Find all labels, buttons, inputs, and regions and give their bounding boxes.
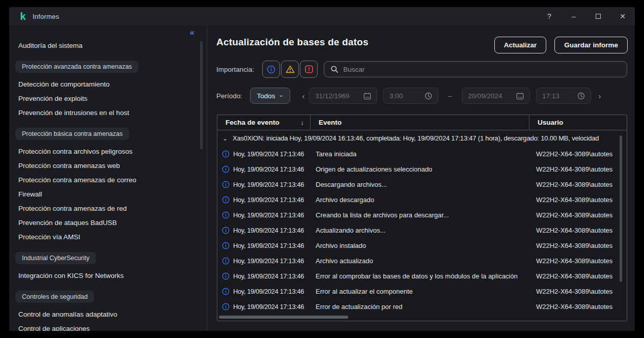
sidebar-item[interactable]: Detección de comportamiento: [15, 77, 191, 91]
info-icon: [222, 196, 230, 204]
help-icon[interactable]: ?: [537, 7, 562, 25]
info-icon: [222, 257, 230, 265]
info-icon: [222, 165, 230, 173]
calendar-icon: [516, 92, 524, 100]
date-to-field[interactable]: 20/09/2024: [462, 88, 530, 104]
table-row[interactable]: Hoy, 19/09/2024 17:13:46 Error de actual…: [217, 299, 627, 314]
date-from-field[interactable]: 31/12/1969: [309, 88, 377, 104]
event-date: Hoy, 19/09/2024 17:13:46: [233, 257, 304, 265]
collapse-sidebar-icon[interactable]: «: [190, 27, 194, 38]
filter-critical-button[interactable]: [300, 61, 318, 78]
period-dropdown[interactable]: Todos ⌄: [250, 88, 290, 104]
event-text: Error al actualizar el componente: [311, 288, 529, 295]
app-title: Informes: [33, 13, 59, 20]
event-user: W22H2-X64-3089\autotes: [529, 211, 627, 219]
sidebar-item[interactable]: Control de aplicaciones: [15, 321, 191, 331]
table-row[interactable]: Hoy, 19/09/2024 17:13:46 Archivo instala…: [217, 238, 627, 253]
table-vertical-scrollbar[interactable]: [620, 135, 622, 282]
sidebar-item[interactable]: Protección contra amenazas de correo: [15, 173, 191, 187]
chevron-down-icon: ⌄: [278, 92, 283, 98]
sidebar-item[interactable]: Prevención de intrusiones en el host: [15, 105, 191, 120]
table-row[interactable]: Hoy, 19/09/2024 17:13:46 Error al actual…: [217, 284, 627, 299]
table-row[interactable]: Hoy, 19/09/2024 17:13:46 Archivo descarg…: [217, 192, 627, 207]
app-window: k Informes ? – ✕ « Auditoría del sistema…: [9, 7, 635, 331]
chevron-down-icon[interactable]: ⌄: [222, 135, 233, 142]
info-icon: [222, 150, 230, 158]
table-row[interactable]: Hoy, 19/09/2024 17:13:46 Tarea iniciada …: [217, 146, 627, 161]
event-text: Actualizando archivos...: [311, 227, 529, 234]
maximize-icon[interactable]: [586, 7, 610, 25]
sidebar-item: Controles de seguridad: [15, 291, 191, 303]
table-row[interactable]: Hoy, 19/09/2024 17:13:46 Origen de actua…: [217, 161, 627, 177]
event-text: Archivo instalado: [311, 242, 529, 249]
sidebar-scrollbar[interactable]: [200, 41, 203, 149]
minimize-icon[interactable]: –: [562, 7, 586, 25]
period-label: Período:: [216, 92, 250, 100]
event-text: Origen de actualizaciones seleccionado: [311, 165, 529, 173]
close-icon[interactable]: ✕: [610, 7, 635, 25]
save-report-button[interactable]: Guardar informe: [554, 37, 628, 53]
search-input[interactable]: [343, 66, 621, 73]
event-text: Archivo actualizado: [311, 257, 529, 265]
event-text: Archivo descargado: [311, 196, 529, 204]
event-text: Creando la lista de archivos para descar…: [311, 211, 529, 219]
info-icon: [222, 272, 230, 280]
time-to-field[interactable]: 17:13: [536, 88, 591, 104]
clock-icon: [425, 92, 432, 100]
table-header: Fecha de evento ↓ Evento Usuario: [217, 115, 627, 130]
event-date: Hoy, 19/09/2024 17:13:46: [233, 242, 304, 249]
calendar-icon: [363, 92, 371, 100]
event-text: Tarea iniciada: [311, 150, 529, 158]
search-box: [324, 61, 627, 77]
info-icon: [267, 65, 275, 74]
sidebar-item: Protección avanzada contra amenazas: [15, 61, 191, 73]
sidebar-item[interactable]: Protección contra amenazas web: [15, 158, 191, 173]
filter-info-button[interactable]: [262, 61, 280, 78]
event-date: Hoy, 19/09/2024 17:13:46: [233, 150, 304, 158]
search-icon: [330, 65, 339, 73]
clock-icon: [577, 92, 585, 100]
warning-icon: [286, 65, 295, 73]
event-user: W22H2-X64-3089\autotes: [529, 242, 627, 249]
refresh-button[interactable]: Actualizar: [494, 37, 547, 53]
column-header-user[interactable]: Usuario: [529, 115, 627, 130]
previous-period-icon[interactable]: ‹: [301, 92, 306, 100]
sidebar-item[interactable]: Prevención de exploits: [15, 91, 191, 105]
table-row[interactable]: Hoy, 19/09/2024 17:13:46 Actualizando ar…: [217, 222, 627, 238]
column-header-event[interactable]: Evento: [311, 115, 529, 130]
table-row[interactable]: Hoy, 19/09/2024 17:13:46 Error al compro…: [217, 268, 627, 284]
filter-warning-button[interactable]: [281, 61, 299, 78]
sidebar-item[interactable]: Auditoría del sistema: [15, 38, 191, 52]
sidebar-item[interactable]: Prevención de ataques BadUSB: [15, 215, 191, 230]
table-horizontal-scrollbar[interactable]: [219, 316, 348, 319]
page-title: Actualización de bases de datos: [216, 37, 369, 48]
events-table: Fecha de evento ↓ Evento Usuario ⌄ Xas0X…: [217, 115, 627, 321]
event-user: W22H2-X64-3089\autotes: [529, 196, 627, 204]
event-text: Error al comprobar las bases de datos y …: [311, 272, 529, 280]
event-user: W22H2-X64-3089\autotes: [529, 257, 627, 265]
table-row[interactable]: Hoy, 19/09/2024 17:13:46 Creando la list…: [217, 207, 627, 222]
group-row[interactable]: ⌄ Xas0XiON: iniciada Hoy, 19/09/2024 16:…: [217, 130, 627, 146]
event-text: Descargando archivos...: [311, 181, 529, 188]
sort-descending-icon[interactable]: ↓: [301, 119, 304, 126]
event-date: Hoy, 19/09/2024 17:13:46: [233, 227, 304, 234]
event-user: W22H2-X64-3089\autotes: [529, 288, 627, 295]
sidebar-item: Industrial CyberSecurity: [15, 252, 191, 264]
info-icon: [222, 288, 230, 295]
time-from-field[interactable]: 3:00: [383, 88, 438, 104]
range-separator: –: [444, 92, 456, 100]
sidebar-item[interactable]: Protección vía AMSI: [15, 230, 191, 244]
event-user: W22H2-X64-3089\autotes: [529, 272, 627, 280]
table-row[interactable]: Hoy, 19/09/2024 17:13:46 Descargando arc…: [217, 177, 627, 192]
event-user: W22H2-X64-3089\autotes: [529, 303, 627, 311]
event-user: W22H2-X64-3089\autotes: [529, 150, 627, 158]
event-user: W22H2-X64-3089\autotes: [529, 165, 627, 173]
sidebar-item[interactable]: Integración con KICS for Networks: [15, 268, 191, 283]
sidebar-item[interactable]: Firewall: [15, 187, 191, 201]
next-period-icon[interactable]: ›: [597, 92, 602, 100]
sidebar-item[interactable]: Protección contra amenazas de red: [15, 201, 191, 215]
column-header-date[interactable]: Fecha de evento ↓: [217, 115, 311, 130]
sidebar-item[interactable]: Control de anomalías adaptativo: [15, 307, 191, 321]
table-row[interactable]: Hoy, 19/09/2024 17:13:46 Archivo actuali…: [217, 253, 627, 268]
sidebar-item[interactable]: Protección contra archivos peligrosos: [15, 144, 191, 158]
